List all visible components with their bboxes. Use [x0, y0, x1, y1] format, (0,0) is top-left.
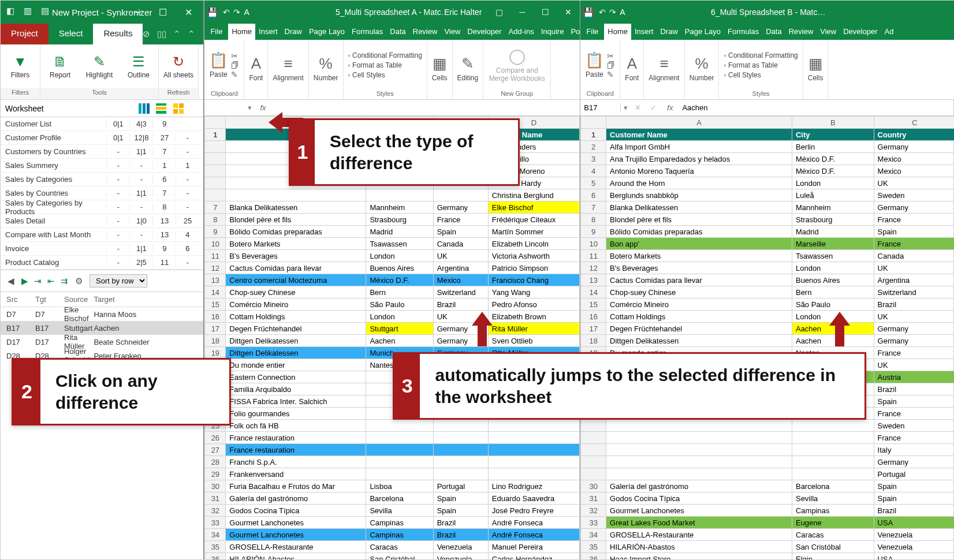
- table-row[interactable]: Christina Berglund: [205, 189, 580, 201]
- format-table-button[interactable]: Format as Table: [348, 61, 422, 69]
- table-row[interactable]: 9Bólido Comidas preparadasMadridSpain: [581, 226, 954, 238]
- minimize-button[interactable]: ─: [510, 8, 534, 17]
- worksheet-row[interactable]: Product Catalog-2|511-: [1, 256, 203, 270]
- worksheet-row[interactable]: Sales by Categories by Products--8-: [1, 200, 203, 214]
- menu-home[interactable]: Home: [604, 24, 631, 40]
- table-row[interactable]: 11B's BeveragesLondonUKVictoria Ashworth: [205, 250, 580, 262]
- table-row[interactable]: 15Comércio MineiroSão PauloBrazilPedro A…: [205, 298, 580, 311]
- worksheet-row[interactable]: Sales Detail-1|01325: [1, 214, 203, 228]
- table-row[interactable]: 12Cactus Comidas para llevarBuenos Aires…: [205, 262, 580, 274]
- table-row[interactable]: 32Gourmet LanchonetesCampinasBrazil: [581, 505, 954, 517]
- menu-file[interactable]: File: [204, 24, 228, 40]
- help-icon[interactable]: ⊘: [143, 29, 150, 39]
- cells-button[interactable]: ▦Cells: [432, 55, 448, 82]
- table-row[interactable]: 6Berglunds snabbköpLuleåSweden: [581, 189, 954, 201]
- table-row[interactable]: 10Botero MarketsTsawassenCanadaElizabeth…: [205, 238, 580, 250]
- table-row[interactable]: 27France restauration: [205, 444, 580, 456]
- table-row[interactable]: 13Cactus Comidas para llevarBuenos Aires…: [581, 274, 954, 286]
- table-row[interactable]: 2Alfa Import GmbHBerlinGermany: [581, 141, 954, 153]
- menu-review[interactable]: Review: [785, 24, 817, 40]
- table-row[interactable]: 7Blanka DelikatessenMannheimGermany: [581, 201, 954, 214]
- menu-developer[interactable]: Developer: [840, 24, 881, 40]
- menu-view[interactable]: View: [817, 24, 840, 40]
- worksheet-row[interactable]: Customers by Countries-1|17-: [1, 145, 203, 159]
- table-row[interactable]: 8Blondel père et filsStrasbourgFranceFré…: [205, 214, 580, 226]
- col-header[interactable]: A: [606, 117, 792, 129]
- panel-icon[interactable]: ▯▯: [157, 29, 166, 39]
- table-row[interactable]: 5Around the HornLondonUK: [581, 177, 954, 189]
- redo-icon[interactable]: ↷: [233, 8, 240, 17]
- diff-row[interactable]: B17B17StuttgartAachen: [1, 321, 203, 335]
- table-row[interactable]: Germany: [581, 456, 954, 468]
- tab-results[interactable]: Results: [93, 24, 143, 44]
- table-row[interactable]: 29Frankenversand: [205, 468, 580, 480]
- formula-bar[interactable]: Aachen: [679, 103, 711, 112]
- paste-button[interactable]: 📋Paste: [209, 51, 228, 79]
- save-icon[interactable]: 💾: [204, 7, 221, 18]
- worksheet-row[interactable]: Sales by Categories--6-: [1, 173, 203, 186]
- next-icon[interactable]: ▶: [21, 276, 28, 286]
- table-row[interactable]: 11Botero MarketsTsawassenCanada: [581, 250, 954, 262]
- col-header[interactable]: C: [874, 117, 954, 129]
- table-row[interactable]: Italy: [581, 444, 954, 456]
- menu-ad[interactable]: Ad: [881, 24, 897, 40]
- menu-page layo[interactable]: Page Layo: [681, 24, 724, 40]
- menu-draw[interactable]: Draw: [657, 24, 681, 40]
- diff-row[interactable]: D17D17Rita MüllerBeate Schneider: [1, 335, 203, 349]
- layout-icon[interactable]: ◧: [6, 6, 19, 18]
- save-icon[interactable]: 💾: [580, 7, 597, 18]
- table-row[interactable]: 36Hoac Import StoreElginUSA: [581, 553, 954, 560]
- diff-type-rows-icon[interactable]: [156, 103, 171, 114]
- cond-format-button[interactable]: Conditional Formatting: [348, 51, 422, 59]
- undo-icon[interactable]: ↶: [223, 8, 230, 17]
- table-row[interactable]: 35HILARIÓN-AbastosSan CristóbalVenezuela: [581, 541, 954, 553]
- menu-data[interactable]: Data: [762, 24, 785, 40]
- number-button[interactable]: %Number: [314, 55, 338, 82]
- table-row[interactable]: 4Antonio Moreno TaqueríaMéxico D.F.Mexic…: [581, 165, 954, 177]
- table-row[interactable]: Sweden: [581, 420, 954, 432]
- table-row[interactable]: 17Degen FrüchtehandelStuttgartGermanyRit…: [205, 323, 580, 335]
- table-row[interactable]: 3Ana Trujillo Emparedados y heladosMéxic…: [581, 153, 954, 165]
- col-header[interactable]: B: [792, 117, 874, 129]
- table-row[interactable]: 33Gourmet LanchonetesCampinasBrazilAndré…: [205, 517, 580, 529]
- caret-icon[interactable]: ⌃: [173, 29, 181, 39]
- worksheet-row[interactable]: Customer List0|14|39: [1, 117, 203, 131]
- font-icon[interactable]: A: [244, 8, 249, 17]
- report-button[interactable]: 🗎Report: [40, 46, 80, 87]
- table-row[interactable]: 33Great Lakes Food MarketEugeneUSA: [581, 517, 954, 529]
- table-row[interactable]: Portugal: [581, 468, 954, 480]
- menu-insert[interactable]: Insert: [255, 24, 281, 40]
- worksheet-row[interactable]: Sales Summery--11: [1, 159, 203, 173]
- menu-insert[interactable]: Insert: [631, 24, 657, 40]
- table-row[interactable]: 10Bon app'MarseilleFrance: [581, 238, 954, 250]
- close-button[interactable]: ✕: [557, 8, 580, 17]
- table-row[interactable]: 34Gourmet LanchonetesCampinasBrazilAndré…: [205, 529, 580, 541]
- maximize-button[interactable]: ☐: [150, 1, 176, 24]
- table-row[interactable]: 12B's BeveragesLondonUK: [581, 262, 954, 274]
- chevron-down-icon[interactable]: ▾: [245, 103, 254, 112]
- settings-icon[interactable]: ⚙: [74, 276, 84, 286]
- table-row[interactable]: France: [581, 432, 954, 444]
- compare-button[interactable]: ◯Compare and Merge Workbooks: [488, 47, 546, 83]
- window-icon[interactable]: ▢: [487, 8, 510, 17]
- alignment-button[interactable]: ≡Alignment: [273, 55, 303, 82]
- prev-icon[interactable]: ◀: [6, 276, 16, 286]
- editing-button[interactable]: ✎Editing: [457, 55, 479, 82]
- highlight-button[interactable]: ✎Highlight: [80, 46, 119, 87]
- filters-button[interactable]: ▼Filters: [1, 46, 40, 87]
- diff-row[interactable]: D7D7Elke BischofHanna Moos: [1, 307, 203, 321]
- table-row[interactable]: 17Degen FrüchtehandelAachenGermany: [581, 323, 954, 335]
- all-sheets-button[interactable]: ↻All sheets: [159, 46, 198, 87]
- table-row[interactable]: 9Bólido Comidas preparadasMadridSpainMar…: [205, 226, 580, 238]
- close-button[interactable]: ✕: [176, 1, 201, 24]
- sort-select[interactable]: Sort by row: [90, 274, 147, 288]
- outline-button[interactable]: ☰Outline: [119, 46, 158, 87]
- menu-file[interactable]: File: [580, 24, 604, 40]
- menu-formulas[interactable]: Formulas: [348, 24, 386, 40]
- menu-page layo[interactable]: Page Layo: [305, 24, 348, 40]
- diff-type-columns-icon[interactable]: [139, 103, 154, 114]
- maximize-button[interactable]: ☐: [534, 8, 557, 17]
- nav-icon[interactable]: ⇥: [34, 276, 42, 286]
- table-row[interactable]: 14Chop-suey ChineseBernSwitzerlandYang W…: [205, 286, 580, 298]
- font-button[interactable]: AFont: [249, 55, 263, 82]
